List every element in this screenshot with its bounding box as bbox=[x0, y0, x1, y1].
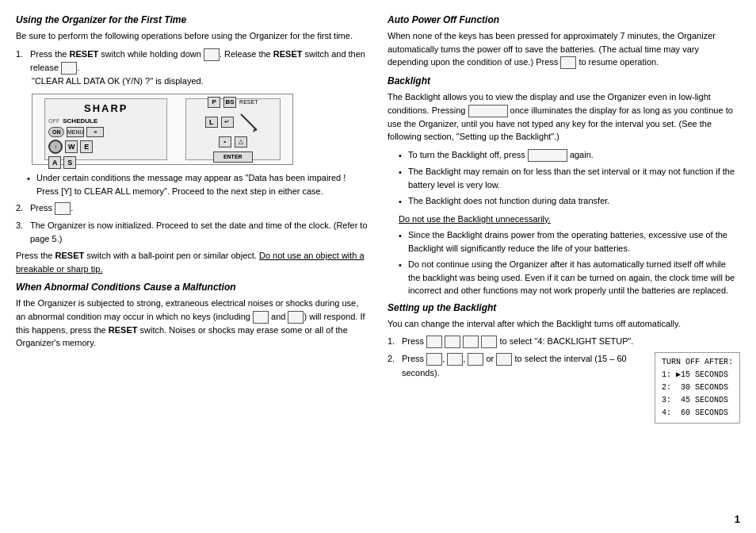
turnoff-row1: 1: ▶15 SECONDS bbox=[662, 369, 733, 382]
ss1-key1 bbox=[426, 336, 442, 348]
ss2-key4 bbox=[496, 353, 512, 366]
section3-keybox bbox=[560, 56, 576, 69]
step3-num: 3. bbox=[16, 219, 27, 245]
section3-body: When none of the keys has been pressed f… bbox=[388, 29, 740, 69]
a-btn: A bbox=[48, 156, 61, 169]
step2-keybox bbox=[55, 202, 71, 215]
section4-keybox bbox=[468, 105, 508, 117]
ss2-key2 bbox=[447, 353, 463, 366]
setup-step2-num: 2. bbox=[388, 352, 399, 366]
section5-body: You can change the interval after which … bbox=[388, 317, 740, 331]
bullet-dot-b3: • bbox=[399, 195, 405, 209]
step1-content: Press the RESET switch while holding dow… bbox=[30, 48, 368, 88]
step1-keybox1 bbox=[204, 48, 220, 61]
step1-reset2: RESET bbox=[273, 49, 303, 59]
setup-step1-content: Press to select "4: BACKLIGHT SETUP". bbox=[402, 335, 633, 348]
reset-note: Press the RESET switch with a ball-point… bbox=[16, 249, 368, 275]
section-setup-backlight: Setting up the Backlight You can change … bbox=[388, 302, 740, 424]
reset-bold: RESET bbox=[55, 251, 85, 260]
step2: 2. Press . bbox=[16, 201, 368, 215]
bullet-list-step1: • Under certain conditions the message m… bbox=[27, 171, 368, 197]
section-using-organizer: Using the Organizer for the First Time B… bbox=[16, 14, 368, 275]
bullet-backlight5-text: Do not continue using the Organizer afte… bbox=[408, 258, 740, 297]
setup-step1-num: 1. bbox=[388, 335, 399, 348]
ss1-key3 bbox=[463, 336, 479, 348]
step1-quote: "CLEAR ALL DATA OK (Y/N) ?" is displayed… bbox=[32, 76, 204, 86]
step1-num: 1. bbox=[16, 48, 27, 88]
section2-body: If the Organizer is subjected to strong,… bbox=[16, 297, 368, 350]
bullet-backlight5: • Do not continue using the Organizer af… bbox=[399, 258, 740, 297]
bullet-backlight4-text: Since the Backlight drains power from th… bbox=[408, 228, 740, 255]
section3-title: Auto Power Off Function bbox=[388, 14, 740, 25]
backlight-keybox2 bbox=[528, 149, 567, 162]
backlight-bullet-list2: • Since the Backlight drains power from … bbox=[399, 228, 740, 297]
s-btn: S bbox=[63, 156, 76, 169]
bullet-dot-b4: • bbox=[399, 229, 405, 255]
reset-label-small: RESET bbox=[239, 99, 258, 105]
dot-btn: • bbox=[219, 136, 231, 148]
bullet-backlight2-text: The Backlight may remain on for less tha… bbox=[408, 165, 740, 191]
device-left-panel: SHARP OFF SCHEDULE ON MENU ≡ ↑ W E bbox=[44, 98, 167, 160]
on-btn: ON bbox=[48, 127, 64, 137]
enter-small-btn: ↵ bbox=[221, 117, 234, 128]
setup-step2: 2. Press , , or to select the interval (… bbox=[388, 352, 740, 424]
step2-num: 2. bbox=[16, 201, 27, 215]
bullet-backlight3-text: The Backlight does not function during d… bbox=[408, 194, 609, 209]
bullet-backlight1: • To turn the Backlight off, press again… bbox=[399, 148, 740, 163]
ss1-key2 bbox=[445, 336, 460, 348]
ss2-key3 bbox=[468, 353, 483, 366]
section-abnormal: When Abnormal Conditions Cause a Malfunc… bbox=[16, 282, 368, 350]
bullet-backlight1-text: To turn the Backlight off, press again. bbox=[408, 148, 594, 163]
e-btn: E bbox=[80, 140, 93, 153]
turnoff-table: TURN OFF AFTER: 1: ▶15 SECONDS 2: 30 SEC… bbox=[655, 352, 740, 424]
ss2-key1 bbox=[426, 353, 442, 366]
l-btn: L bbox=[205, 117, 218, 128]
up-btn: △ bbox=[235, 136, 247, 148]
enter-btn-row: ENTER bbox=[213, 151, 253, 163]
step3-content: The Organizer is now initialized. Procee… bbox=[30, 219, 368, 245]
section2-and: and bbox=[271, 312, 285, 321]
section4-body: The Backlight allows you to view the dis… bbox=[388, 90, 740, 144]
page-number: 1 bbox=[735, 513, 740, 525]
ss1-key4 bbox=[481, 336, 497, 348]
section4-title: Backlight bbox=[388, 75, 740, 86]
turnoff-row3: 3: 45 SECONDS bbox=[662, 394, 733, 407]
section2-title: When Abnormal Conditions Cause a Malfunc… bbox=[16, 282, 368, 293]
bullet-dot-b2: • bbox=[399, 166, 405, 191]
pen-illustration bbox=[237, 110, 261, 134]
setup-step2-content: Press , , or to select the interval (15 … bbox=[402, 352, 740, 424]
off-label: OFF bbox=[48, 118, 59, 124]
bullet-dot-b5: • bbox=[399, 259, 405, 297]
step1-keybox2 bbox=[61, 62, 77, 75]
section5-title: Setting up the Backlight bbox=[388, 302, 740, 313]
backlight-bullet-list: • To turn the Backlight off, press again… bbox=[399, 148, 740, 209]
bullet-backlight2: • The Backlight may remain on for less t… bbox=[399, 165, 740, 191]
section1-title: Using the Organizer for the First Time bbox=[16, 14, 368, 25]
enter-btn: ENTER bbox=[213, 151, 253, 163]
section2-key1 bbox=[253, 311, 269, 324]
turnoff-title: TURN OFF AFTER: bbox=[662, 356, 733, 369]
arrow-circle: ↑ bbox=[48, 140, 63, 154]
turnoff-row4: 4: 60 SECONDS bbox=[662, 407, 733, 420]
section-backlight: Backlight The Backlight allows you to vi… bbox=[388, 75, 740, 297]
section2-key2 bbox=[288, 311, 304, 324]
dont-use-backlight: Do not use the Backlight unnecessarily. bbox=[399, 213, 740, 226]
unknown-btn: ≡ bbox=[86, 127, 104, 137]
bs-btn: BS bbox=[223, 97, 236, 108]
device-right-panel: P BS RESET L ↵ bbox=[185, 98, 281, 160]
bullet-impaired-text: Under certain conditions the message may… bbox=[36, 171, 368, 197]
bullet-backlight4: • Since the Backlight drains power from … bbox=[399, 228, 740, 255]
menu-btn: MENU bbox=[67, 127, 84, 137]
section1-intro: Be sure to perform the following operati… bbox=[16, 29, 368, 43]
bullet-impaired: • Under certain conditions the message m… bbox=[27, 171, 368, 197]
sharp-logo: SHARP bbox=[48, 102, 163, 114]
step2-content: Press . bbox=[30, 201, 73, 215]
schedule-label: SCHEDULE bbox=[63, 117, 97, 125]
left-column: Using the Organizer for the First Time B… bbox=[16, 14, 368, 525]
section-auto-power: Auto Power Off Function When none of the… bbox=[388, 14, 740, 69]
p-btn: P bbox=[208, 97, 220, 108]
right-column: Auto Power Off Function When none of the… bbox=[388, 14, 740, 525]
setup-step1: 1. Press to select "4: BACKLIGHT SETUP". bbox=[388, 335, 740, 348]
w-btn: W bbox=[65, 140, 78, 153]
section2-reset: RESET bbox=[109, 325, 138, 335]
